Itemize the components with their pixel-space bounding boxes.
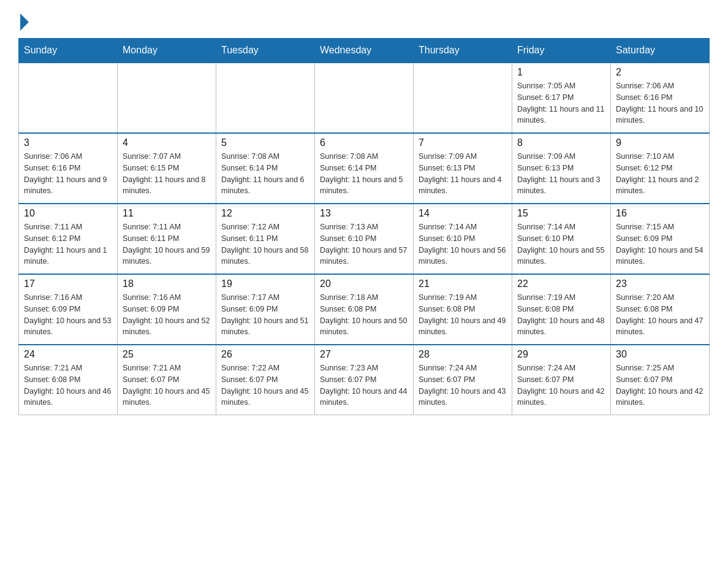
day-number: 5 [221,137,309,148]
day-info: Sunrise: 7:19 AMSunset: 6:08 PMDaylight:… [419,292,507,338]
day-info: Sunrise: 7:21 AMSunset: 6:07 PMDaylight:… [123,362,211,408]
day-number: 15 [517,208,605,219]
calendar-cell: 22Sunrise: 7:19 AMSunset: 6:08 PMDayligh… [512,274,611,345]
calendar-header-row: SundayMondayTuesdayWednesdayThursdayFrid… [19,39,710,63]
calendar-cell: 11Sunrise: 7:11 AMSunset: 6:11 PMDayligh… [118,204,216,274]
day-info: Sunrise: 7:05 AMSunset: 6:17 PMDaylight:… [517,80,605,126]
calendar-cell: 3Sunrise: 7:06 AMSunset: 6:16 PMDaylight… [19,133,118,204]
day-number: 23 [616,278,704,289]
calendar-header-friday: Friday [512,39,611,63]
calendar-cell: 16Sunrise: 7:15 AMSunset: 6:09 PMDayligh… [611,204,710,274]
calendar-cell: 18Sunrise: 7:16 AMSunset: 6:09 PMDayligh… [118,274,216,345]
logo-triangle-icon [20,13,29,31]
calendar-cell [216,63,315,133]
day-info: Sunrise: 7:10 AMSunset: 6:12 PMDaylight:… [616,151,704,197]
day-info: Sunrise: 7:14 AMSunset: 6:10 PMDaylight:… [419,221,507,267]
calendar-week-5: 24Sunrise: 7:21 AMSunset: 6:08 PMDayligh… [19,345,710,415]
day-info: Sunrise: 7:25 AMSunset: 6:07 PMDaylight:… [616,362,704,408]
day-number: 30 [616,349,704,360]
calendar-cell: 30Sunrise: 7:25 AMSunset: 6:07 PMDayligh… [611,345,710,415]
page-header [18,12,710,26]
calendar-cell: 29Sunrise: 7:24 AMSunset: 6:07 PMDayligh… [512,345,611,415]
calendar-cell: 5Sunrise: 7:08 AMSunset: 6:14 PMDaylight… [216,133,315,204]
calendar-header-tuesday: Tuesday [216,39,315,63]
day-number: 25 [123,349,211,360]
day-info: Sunrise: 7:08 AMSunset: 6:14 PMDaylight:… [320,151,408,197]
day-info: Sunrise: 7:19 AMSunset: 6:08 PMDaylight:… [517,292,605,338]
calendar-cell: 6Sunrise: 7:08 AMSunset: 6:14 PMDaylight… [315,133,414,204]
calendar-cell: 24Sunrise: 7:21 AMSunset: 6:08 PMDayligh… [19,345,118,415]
calendar-cell [414,63,512,133]
logo-top [18,12,29,31]
calendar-cell: 20Sunrise: 7:18 AMSunset: 6:08 PMDayligh… [315,274,414,345]
calendar-cell: 27Sunrise: 7:23 AMSunset: 6:07 PMDayligh… [315,345,414,415]
calendar-cell [19,63,118,133]
day-info: Sunrise: 7:24 AMSunset: 6:07 PMDaylight:… [517,362,605,408]
day-info: Sunrise: 7:08 AMSunset: 6:14 PMDaylight:… [221,151,309,197]
calendar-week-4: 17Sunrise: 7:16 AMSunset: 6:09 PMDayligh… [19,274,710,345]
day-info: Sunrise: 7:21 AMSunset: 6:08 PMDaylight:… [24,362,112,408]
calendar-week-3: 10Sunrise: 7:11 AMSunset: 6:12 PMDayligh… [19,204,710,274]
day-info: Sunrise: 7:23 AMSunset: 6:07 PMDaylight:… [320,362,408,408]
calendar-cell: 12Sunrise: 7:12 AMSunset: 6:11 PMDayligh… [216,204,315,274]
calendar-cell: 8Sunrise: 7:09 AMSunset: 6:13 PMDaylight… [512,133,611,204]
calendar-cell: 4Sunrise: 7:07 AMSunset: 6:15 PMDaylight… [118,133,216,204]
calendar-cell: 14Sunrise: 7:14 AMSunset: 6:10 PMDayligh… [414,204,512,274]
day-number: 10 [24,208,112,219]
day-info: Sunrise: 7:12 AMSunset: 6:11 PMDaylight:… [221,221,309,267]
calendar-cell: 7Sunrise: 7:09 AMSunset: 6:13 PMDaylight… [414,133,512,204]
day-number: 6 [320,137,408,148]
calendar-cell: 9Sunrise: 7:10 AMSunset: 6:12 PMDaylight… [611,133,710,204]
calendar-cell: 26Sunrise: 7:22 AMSunset: 6:07 PMDayligh… [216,345,315,415]
calendar-cell: 15Sunrise: 7:14 AMSunset: 6:10 PMDayligh… [512,204,611,274]
day-info: Sunrise: 7:15 AMSunset: 6:09 PMDaylight:… [616,221,704,267]
day-info: Sunrise: 7:06 AMSunset: 6:16 PMDaylight:… [24,151,112,197]
day-info: Sunrise: 7:07 AMSunset: 6:15 PMDaylight:… [123,151,211,197]
day-number: 20 [320,278,408,289]
day-number: 28 [419,349,507,360]
calendar-cell: 13Sunrise: 7:13 AMSunset: 6:10 PMDayligh… [315,204,414,274]
day-number: 17 [24,278,112,289]
day-number: 26 [221,349,309,360]
day-number: 18 [123,278,211,289]
calendar-cell [118,63,216,133]
calendar-week-2: 3Sunrise: 7:06 AMSunset: 6:16 PMDaylight… [19,133,710,204]
calendar-cell: 28Sunrise: 7:24 AMSunset: 6:07 PMDayligh… [414,345,512,415]
calendar-cell: 19Sunrise: 7:17 AMSunset: 6:09 PMDayligh… [216,274,315,345]
day-number: 27 [320,349,408,360]
day-info: Sunrise: 7:11 AMSunset: 6:12 PMDaylight:… [24,221,112,267]
calendar-cell: 25Sunrise: 7:21 AMSunset: 6:07 PMDayligh… [118,345,216,415]
calendar-cell: 10Sunrise: 7:11 AMSunset: 6:12 PMDayligh… [19,204,118,274]
day-number: 16 [616,208,704,219]
day-info: Sunrise: 7:20 AMSunset: 6:08 PMDaylight:… [616,292,704,338]
day-number: 11 [123,208,211,219]
calendar-table: SundayMondayTuesdayWednesdayThursdayFrid… [18,38,710,415]
day-info: Sunrise: 7:11 AMSunset: 6:11 PMDaylight:… [123,221,211,267]
day-number: 12 [221,208,309,219]
day-number: 2 [616,67,704,78]
calendar-header-monday: Monday [118,39,216,63]
day-number: 1 [517,67,605,78]
calendar-cell [315,63,414,133]
calendar-header-thursday: Thursday [414,39,512,63]
day-info: Sunrise: 7:14 AMSunset: 6:10 PMDaylight:… [517,221,605,267]
day-number: 19 [221,278,309,289]
logo [18,12,29,26]
calendar-cell: 1Sunrise: 7:05 AMSunset: 6:17 PMDaylight… [512,63,611,133]
day-number: 22 [517,278,605,289]
day-number: 9 [616,137,704,148]
calendar-cell: 17Sunrise: 7:16 AMSunset: 6:09 PMDayligh… [19,274,118,345]
day-number: 21 [419,278,507,289]
day-number: 3 [24,137,112,148]
calendar-header-saturday: Saturday [611,39,710,63]
day-info: Sunrise: 7:17 AMSunset: 6:09 PMDaylight:… [221,292,309,338]
calendar-cell: 23Sunrise: 7:20 AMSunset: 6:08 PMDayligh… [611,274,710,345]
day-info: Sunrise: 7:18 AMSunset: 6:08 PMDaylight:… [320,292,408,338]
day-number: 8 [517,137,605,148]
calendar-cell: 2Sunrise: 7:06 AMSunset: 6:16 PMDaylight… [611,63,710,133]
calendar-cell: 21Sunrise: 7:19 AMSunset: 6:08 PMDayligh… [414,274,512,345]
day-info: Sunrise: 7:06 AMSunset: 6:16 PMDaylight:… [616,80,704,126]
day-number: 29 [517,349,605,360]
day-number: 13 [320,208,408,219]
day-number: 24 [24,349,112,360]
